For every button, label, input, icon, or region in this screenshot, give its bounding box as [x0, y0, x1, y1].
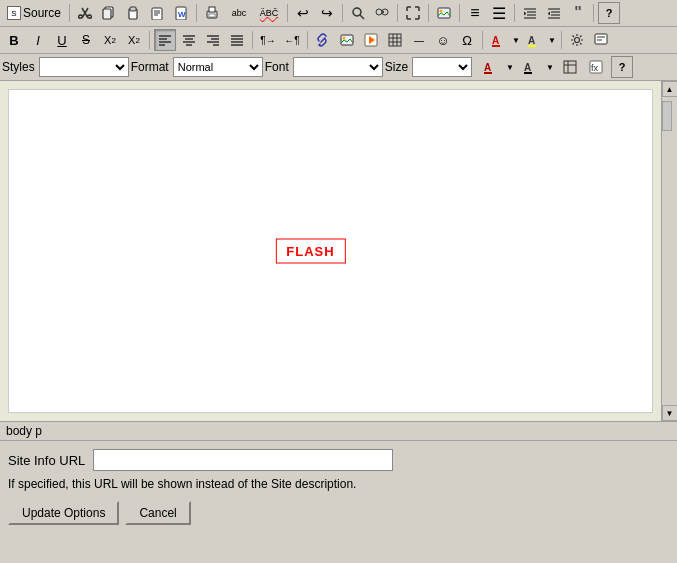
link-icon	[316, 33, 330, 47]
bg-color-btn2[interactable]: ▼	[547, 29, 557, 51]
hr-button[interactable]: —	[408, 29, 430, 51]
ltr-button[interactable]: ¶→	[257, 29, 279, 51]
italic-button[interactable]: I	[27, 29, 49, 51]
outdent-button[interactable]	[543, 2, 565, 24]
svg-rect-61	[484, 72, 492, 74]
styles-select[interactable]	[39, 57, 129, 77]
fullscreen-icon	[406, 6, 420, 20]
paste-button[interactable]	[122, 2, 144, 24]
editor-area: FLASH ▲ ▼	[0, 81, 677, 421]
link-button[interactable]	[312, 29, 334, 51]
svg-rect-1	[103, 9, 111, 19]
font-label: Font	[265, 60, 289, 74]
spellcheck2-button[interactable]: ÄBĈ	[255, 2, 283, 24]
status-path: body p	[6, 424, 42, 438]
settings-button[interactable]	[566, 29, 588, 51]
paste-text-button[interactable]	[146, 2, 168, 24]
svg-rect-64	[564, 61, 576, 73]
table-icon	[388, 33, 402, 47]
size-select[interactable]: 8 10 12	[412, 57, 472, 77]
blockquote-button[interactable]: "	[567, 2, 589, 24]
svg-point-16	[382, 9, 388, 15]
scroll-down-arrow[interactable]: ▼	[662, 405, 678, 421]
ordered-list-button[interactable]: ≡	[464, 2, 486, 24]
paste-text-icon	[150, 6, 164, 20]
copy-button[interactable]	[98, 2, 120, 24]
align-right-button[interactable]	[202, 29, 224, 51]
scroll-grip[interactable]	[662, 101, 672, 131]
bold-button[interactable]: B	[3, 29, 25, 51]
font-color2-row3-arrow[interactable]: ▼	[545, 56, 555, 78]
spellcheck2-icon: ÄBĈ	[260, 8, 279, 18]
scroll-thumb[interactable]	[662, 97, 677, 405]
replace-button[interactable]	[371, 2, 393, 24]
spellcheck-button[interactable]: abc	[225, 2, 253, 24]
indent-button[interactable]	[519, 2, 541, 24]
font-color-row3[interactable]: A	[479, 56, 501, 78]
rtl-button[interactable]: ←¶	[281, 29, 303, 51]
source-label: Source	[23, 6, 61, 20]
svg-rect-53	[492, 45, 500, 47]
svg-line-14	[360, 15, 364, 19]
flash-object-button[interactable]	[360, 29, 382, 51]
cut-button[interactable]	[74, 2, 96, 24]
svg-point-44	[343, 37, 346, 40]
site-info-input[interactable]	[93, 449, 393, 471]
charmap-button[interactable]: Ω	[456, 29, 478, 51]
size-label: Size	[385, 60, 408, 74]
align-center-button[interactable]	[178, 29, 200, 51]
svg-rect-4	[152, 8, 162, 20]
svg-text:A: A	[528, 35, 535, 46]
blockquote-icon: "	[574, 4, 582, 22]
separator	[307, 31, 308, 49]
bg-color-button[interactable]: A	[523, 29, 545, 51]
svg-point-18	[440, 10, 443, 13]
font-color2-row3[interactable]: A	[519, 56, 541, 78]
find-button[interactable]	[347, 2, 369, 24]
separator	[593, 4, 594, 22]
redo-icon: ↪	[321, 5, 333, 21]
update-options-button[interactable]: Update Options	[8, 501, 119, 525]
svg-rect-3	[130, 7, 136, 11]
underline-button[interactable]: U	[51, 29, 73, 51]
row3-table-btn[interactable]	[559, 56, 581, 78]
svg-text:A: A	[492, 35, 499, 46]
row3-help-btn[interactable]: ?	[611, 56, 633, 78]
print-button[interactable]	[201, 2, 223, 24]
undo-button[interactable]: ↩	[292, 2, 314, 24]
font-color-btn2[interactable]: ▼	[511, 29, 521, 51]
font-select[interactable]: Arial Times New Roman	[293, 57, 383, 77]
unordered-list-icon: ☰	[492, 4, 506, 23]
fullscreen-button[interactable]	[402, 2, 424, 24]
row3-extra-btn[interactable]: fx	[585, 56, 607, 78]
table-button[interactable]	[384, 29, 406, 51]
subscript-button[interactable]: X2	[99, 29, 121, 51]
help-button[interactable]: ?	[598, 2, 620, 24]
image2-button[interactable]	[336, 29, 358, 51]
redo-button[interactable]: ↪	[316, 2, 338, 24]
editor-scrollbar[interactable]: ▲ ▼	[661, 81, 677, 421]
svg-rect-55	[528, 45, 536, 47]
svg-rect-57	[595, 34, 607, 44]
format-select[interactable]: Normal Heading 1 Heading 2	[173, 57, 263, 77]
align-left-button[interactable]	[154, 29, 176, 51]
toolbar-extra-button[interactable]	[590, 29, 612, 51]
cancel-button[interactable]: Cancel	[125, 501, 190, 525]
unordered-list-button[interactable]: ☰	[488, 2, 510, 24]
scroll-up-arrow[interactable]: ▲	[662, 81, 678, 97]
row3-help-icon: ?	[619, 61, 626, 73]
image-button[interactable]	[433, 2, 455, 24]
find-icon	[351, 6, 365, 20]
font-color-row3-arrow[interactable]: ▼	[505, 56, 515, 78]
color-picker-button[interactable]: A	[487, 29, 509, 51]
strikethrough-button[interactable]: S	[75, 29, 97, 51]
site-info-description: If specified, this URL will be shown ins…	[8, 477, 669, 491]
emoticon-button[interactable]: ☺	[432, 29, 454, 51]
separator	[252, 31, 253, 49]
font-color-row3-icon: A	[483, 60, 497, 74]
justify-button[interactable]	[226, 29, 248, 51]
source-button[interactable]: S Source	[2, 2, 66, 24]
paste-word-button[interactable]: W	[170, 2, 192, 24]
editor-canvas[interactable]: FLASH	[8, 89, 653, 413]
superscript-button[interactable]: X2	[123, 29, 145, 51]
